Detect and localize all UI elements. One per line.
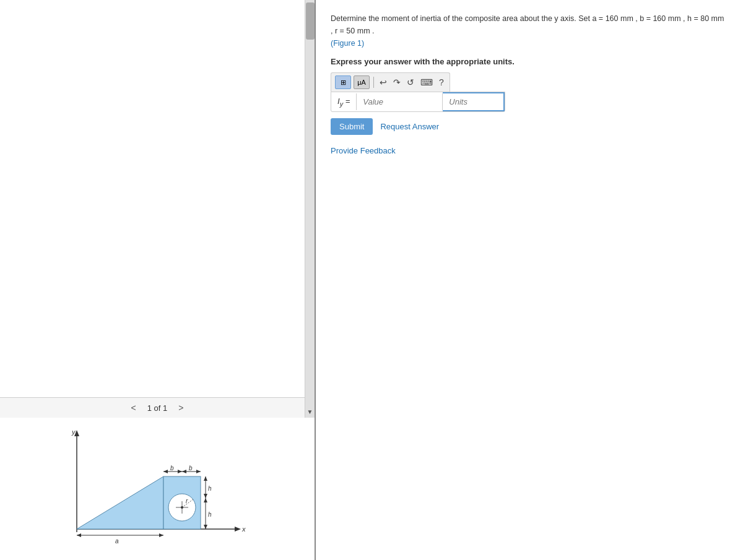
answer-toolbar: ⊞ μΑ ↩ ↷ ↺ ⌨ ? [331, 72, 450, 92]
pagination-bar: < 1 of 1 > [0, 397, 315, 418]
scrollbar[interactable]: ▼ [305, 0, 315, 418]
request-answer-link[interactable]: Request Answer [380, 122, 439, 131]
answer-row: Iy = [331, 92, 505, 112]
figure-diagram: y x b b [40, 427, 275, 551]
svg-text:h: h [208, 485, 212, 492]
matrix-icon: ⊞ [341, 79, 346, 87]
svg-text:h: h [208, 511, 212, 518]
svg-marker-25 [204, 498, 207, 502]
toolbar-separator-1 [373, 77, 374, 88]
submit-button[interactable]: Submit [331, 118, 373, 135]
matrix-button[interactable]: ⊞ [335, 75, 351, 89]
refresh-icon[interactable]: ↺ [405, 76, 416, 88]
figure-link[interactable]: (Figure 1) [331, 39, 364, 48]
provide-feedback-link[interactable]: Provide Feedback [331, 146, 728, 155]
svg-text:x: x [241, 525, 246, 533]
undo-icon[interactable]: ↩ [378, 76, 389, 88]
help-icon[interactable]: ? [437, 76, 446, 88]
problem-text: Determine the moment of inertia of the c… [331, 12, 728, 50]
svg-marker-17 [182, 470, 186, 473]
svg-text:a: a [115, 538, 119, 545]
svg-marker-18 [196, 470, 201, 473]
svg-marker-29 [77, 533, 81, 537]
units-input[interactable] [443, 92, 505, 111]
figure-area: y x b b [0, 418, 315, 560]
svg-text:b: b [189, 465, 193, 472]
mu-icon: μΑ [357, 79, 366, 86]
svg-text:b: b [170, 465, 174, 472]
value-input[interactable] [356, 93, 443, 110]
buttons-row: Submit Request Answer [331, 118, 728, 135]
svg-marker-30 [159, 533, 163, 537]
svg-marker-4 [235, 527, 241, 532]
pagination-text: 1 of 1 [147, 403, 168, 413]
answer-label: Iy = [331, 93, 356, 111]
scrollbar-down-arrow[interactable]: ▼ [306, 405, 315, 418]
redo-icon[interactable]: ↷ [391, 76, 402, 88]
pagination-prev-button[interactable]: < [128, 402, 140, 414]
scrollbar-thumb[interactable] [306, 2, 315, 40]
svg-marker-14 [178, 470, 182, 473]
express-units-label: Express your answer with the appropriate… [331, 57, 728, 66]
keyboard-icon[interactable]: ⌨ [419, 76, 435, 88]
problem-description: Determine the moment of inertia of the c… [331, 14, 724, 35]
svg-marker-22 [204, 494, 207, 498]
svg-marker-26 [204, 525, 207, 529]
svg-marker-13 [163, 470, 168, 473]
svg-marker-6 [77, 476, 163, 529]
right-panel: Determine the moment of inertia of the c… [316, 0, 743, 560]
left-panel: Figure < 1 of 1 > y x [0, 0, 316, 560]
mu-button[interactable]: μΑ [354, 75, 370, 89]
svg-marker-21 [204, 476, 207, 481]
pagination-next-button[interactable]: > [175, 402, 187, 414]
